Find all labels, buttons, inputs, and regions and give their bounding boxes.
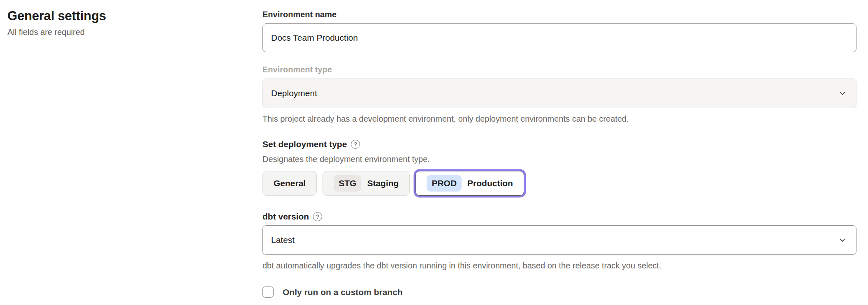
deployment-type-options: General STG Staging PROD Production [262, 171, 856, 196]
help-icon[interactable]: ? [351, 140, 360, 149]
option-label: Production [467, 178, 513, 188]
chevron-down-icon [838, 89, 847, 98]
environment-type-value: Deployment [271, 88, 317, 98]
option-label: General [274, 178, 306, 188]
environment-type-label: Environment type [262, 64, 856, 75]
deployment-type-label: Set deployment type ? [262, 139, 856, 149]
custom-branch-row: Only run on a custom branch [262, 287, 856, 298]
dbt-version-select[interactable]: Latest [262, 225, 856, 255]
chevron-down-icon [838, 236, 847, 245]
production-badge: PROD [427, 175, 462, 192]
deployment-type-option-production[interactable]: PROD Production [415, 171, 524, 196]
deployment-type-option-general[interactable]: General [262, 171, 317, 196]
environment-type-select: Deployment [262, 79, 856, 108]
option-label: Staging [367, 178, 399, 188]
page-title: General settings [7, 8, 238, 23]
custom-branch-checkbox[interactable] [262, 287, 274, 298]
deployment-type-label-text: Set deployment type [262, 139, 347, 149]
dbt-version-value: Latest [271, 235, 295, 245]
settings-form: Environment name Docs Team Production En… [262, 9, 856, 298]
dbt-version-helper: dbt automatically upgrades the dbt versi… [262, 260, 856, 271]
environment-name-label: Environment name [262, 9, 856, 20]
staging-badge: STG [334, 175, 361, 192]
page-subtitle: All fields are required [7, 28, 238, 37]
custom-branch-label: Only run on a custom branch [283, 287, 403, 297]
dbt-version-label-text: dbt version [262, 212, 309, 222]
dbt-version-label: dbt version ? [262, 212, 856, 222]
intro-column: General settings All fields are required [7, 8, 238, 37]
deployment-type-option-staging[interactable]: STG Staging [323, 171, 410, 196]
help-icon[interactable]: ? [313, 212, 322, 221]
environment-name-input[interactable]: Docs Team Production [262, 23, 856, 52]
deployment-type-helper: Designates the deployment environment ty… [262, 154, 856, 164]
general-settings-page: General settings All fields are required… [0, 0, 868, 305]
environment-type-helper: This project already has a development e… [262, 113, 856, 124]
environment-name-value: Docs Team Production [271, 33, 358, 43]
